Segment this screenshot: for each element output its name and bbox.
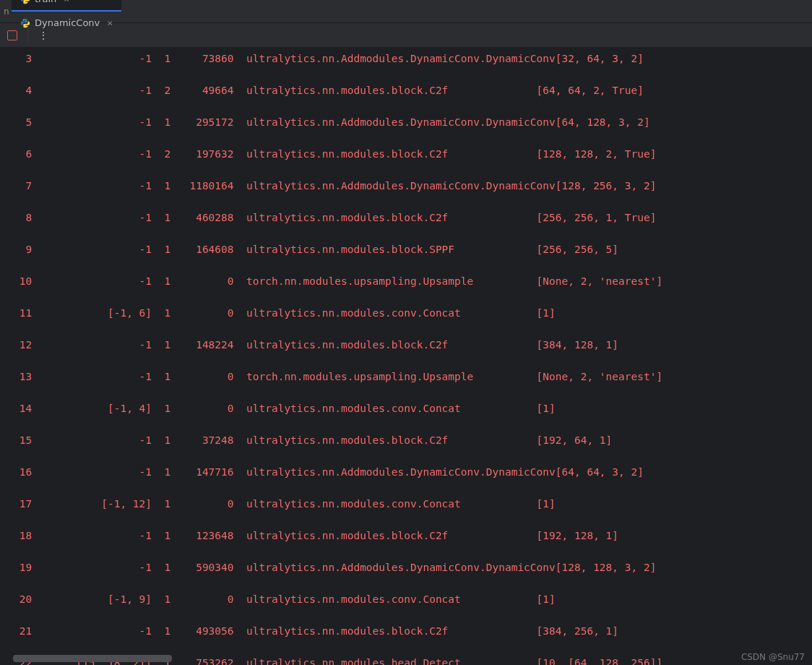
- model-row: 5 -1 1 295172 ultralytics.nn.Addmodules.…: [13, 114, 812, 130]
- model-row: 14 [-1, 4] 1 0 ultralytics.nn.modules.co…: [13, 400, 812, 416]
- stop-icon[interactable]: [7, 30, 17, 40]
- model-row: 18 -1 1 123648 ultralytics.nn.modules.bl…: [13, 528, 812, 544]
- model-row: 9 -1 1 164608 ultralytics.nn.modules.blo…: [13, 241, 812, 257]
- model-row: 15 -1 1 37248 ultralytics.nn.modules.blo…: [13, 432, 812, 448]
- model-row: 6 -1 2 197632 ultralytics.nn.modules.blo…: [13, 146, 812, 162]
- more-icon[interactable]: ⋮: [38, 30, 49, 41]
- left-marker: n: [0, 6, 12, 17]
- model-row: 16 -1 1 147716 ultralytics.nn.Addmodules…: [13, 464, 812, 480]
- tab-bar: n train×DynamicConv×: [0, 0, 812, 23]
- tab-label: DynamicConv: [35, 17, 100, 28]
- svg-point-1: [27, 1, 27, 2]
- model-row: 4 -1 2 49664 ultralytics.nn.modules.bloc…: [13, 82, 812, 98]
- console-output[interactable]: 3 -1 1 73860 ultralytics.nn.Addmodules.D…: [0, 48, 812, 665]
- tab-label: train: [35, 0, 56, 4]
- model-row: 3 -1 1 73860 ultralytics.nn.Addmodules.D…: [13, 51, 812, 66]
- run-toolbar: ⋮: [0, 23, 812, 48]
- model-row: 21 -1 1 493056 ultralytics.nn.modules.bl…: [13, 623, 812, 639]
- svg-point-3: [27, 25, 27, 26]
- svg-point-2: [23, 20, 24, 20]
- model-row: 12 -1 1 148224 ultralytics.nn.modules.bl…: [13, 337, 812, 353]
- close-icon[interactable]: ×: [64, 0, 69, 4]
- close-icon[interactable]: ×: [107, 17, 113, 28]
- model-row: 8 -1 1 460288 ultralytics.nn.modules.blo…: [13, 210, 812, 226]
- model-row: 7 -1 1 1180164 ultralytics.nn.Addmodules…: [13, 178, 812, 194]
- model-row: 10 -1 1 0 torch.nn.modules.upsampling.Up…: [13, 273, 812, 289]
- model-row: 17 [-1, 12] 1 0 ultralytics.nn.modules.c…: [13, 496, 812, 512]
- horizontal-scrollbar[interactable]: [13, 655, 172, 662]
- watermark: CSDN @Snu77: [741, 652, 805, 662]
- model-row: 19 -1 1 590340 ultralytics.nn.Addmodules…: [13, 559, 812, 575]
- tab-train[interactable]: train×: [12, 0, 121, 12]
- model-row: 13 -1 1 0 torch.nn.modules.upsampling.Up…: [13, 369, 812, 385]
- model-row: 11 [-1, 6] 1 0 ultralytics.nn.modules.co…: [13, 305, 812, 321]
- model-row: 20 [-1, 9] 1 0 ultralytics.nn.modules.co…: [13, 591, 812, 607]
